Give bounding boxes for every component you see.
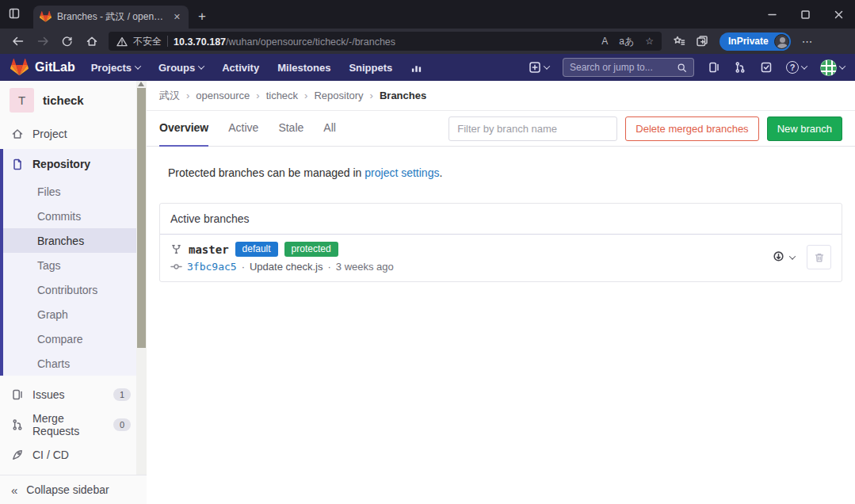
browser-tab[interactable]: Branches - 武汉 / opensource / t ✕ [33, 6, 189, 29]
sidebar-item-issues[interactable]: Issues 1 [0, 380, 147, 410]
sidebar-item-tags[interactable]: Tags [3, 253, 147, 277]
chevron-down-icon [198, 63, 204, 69]
download-dropdown-button[interactable] [772, 250, 795, 264]
inprivate-label: InPrivate [728, 36, 769, 47]
global-search[interactable] [563, 58, 694, 77]
sidebar-item-branches[interactable]: Branches [3, 228, 147, 253]
close-window-button[interactable] [822, 0, 855, 29]
project-header[interactable]: T ticheck [0, 81, 147, 119]
sidebar-item-charts[interactable]: Charts [3, 351, 147, 376]
breadcrumb-project[interactable]: ticheck [266, 90, 298, 101]
home-icon[interactable] [80, 31, 103, 52]
add-favorite-star-icon[interactable]: ☆ [645, 36, 654, 47]
inprivate-badge[interactable]: InPrivate [719, 32, 791, 51]
sidebar-item-repository[interactable]: Repository [3, 149, 147, 179]
breadcrumb-repository[interactable]: Repository [314, 90, 363, 101]
project-name: ticheck [43, 94, 84, 107]
breadcrumb-separator: › [370, 90, 373, 101]
favorites-icon[interactable] [673, 35, 685, 48]
tab-stale[interactable]: Stale [278, 111, 303, 147]
nav-activity[interactable]: Activity [222, 62, 259, 74]
nav-projects[interactable]: Projects [91, 62, 140, 74]
repository-icon [11, 158, 24, 170]
sidebar-item-files[interactable]: Files [3, 179, 147, 204]
nav-snippets[interactable]: Snippets [349, 62, 392, 74]
home-icon [11, 128, 24, 140]
breadcrumb-separator: › [304, 90, 307, 101]
breadcrumb-subgroup[interactable]: opensource [196, 90, 250, 101]
tab-layout-icon[interactable] [8, 7, 21, 20]
sidebar-section-repository: Repository Files Commits Branches Tags C… [0, 149, 147, 376]
address-bar[interactable]: 不安全 10.3.70.187/wuhan/opensource/ticheck… [109, 32, 662, 51]
gitlab-brand[interactable]: GitLab [35, 60, 75, 74]
chevron-down-icon [544, 63, 550, 69]
refresh-icon[interactable] [55, 31, 78, 52]
user-avatar [820, 59, 837, 76]
new-branch-button[interactable]: New branch [767, 116, 842, 141]
todos-nav-icon[interactable] [760, 61, 773, 74]
maximize-button[interactable] [788, 0, 822, 29]
branch-actions [772, 245, 831, 269]
sidebar-item-project[interactable]: Project [0, 119, 147, 149]
user-menu-button[interactable] [820, 59, 845, 76]
sidebar-item-graph[interactable]: Graph [3, 302, 147, 326]
sidebar-scrollbar[interactable] [136, 81, 147, 475]
browser-menu-icon[interactable]: ⋯ [802, 35, 814, 48]
breadcrumb-current: Branches [380, 90, 426, 101]
sidebar-item-merge-requests[interactable]: Merge Requests 0 [0, 410, 147, 440]
stats-icon[interactable] [410, 62, 422, 74]
scrollbar-thumb[interactable] [137, 88, 146, 348]
commit-icon [170, 261, 182, 273]
minimize-button[interactable] [755, 0, 788, 29]
search-input[interactable] [570, 62, 672, 73]
forward-icon[interactable] [31, 31, 54, 52]
breadcrumb-group[interactable]: 武汉 [159, 89, 180, 103]
new-tab-button[interactable]: + [198, 9, 206, 25]
translate-icon[interactable]: aあ [619, 35, 634, 48]
new-menu-button[interactable] [529, 61, 549, 74]
merge-requests-nav-icon[interactable] [734, 61, 746, 74]
sidebar-item-contributors[interactable]: Contributors [3, 277, 147, 302]
tab-close-icon[interactable]: ✕ [172, 12, 182, 22]
delete-branch-button[interactable] [807, 245, 831, 269]
browser-profile-avatar [774, 34, 789, 49]
nav-milestones[interactable]: Milestones [277, 62, 330, 74]
read-aloud-icon[interactable]: A [601, 36, 608, 47]
breadcrumb: 武汉 › opensource › ticheck › Repository ›… [147, 81, 855, 111]
download-icon [772, 250, 785, 264]
issues-icon [11, 388, 24, 401]
sidebar-item-cicd[interactable]: CI / CD [0, 440, 147, 470]
collections-icon[interactable] [696, 35, 708, 48]
sidebar-item-compare[interactable]: Compare [3, 326, 147, 351]
card-title: Active branches [160, 204, 842, 235]
commit-sha-link[interactable]: 3fbc9ac5 [187, 261, 237, 273]
filter-branch-input[interactable] [448, 116, 617, 141]
search-icon [677, 63, 687, 73]
tab-active[interactable]: Active [228, 111, 258, 147]
trash-icon [814, 252, 825, 263]
nav-groups[interactable]: Groups [158, 62, 204, 74]
branch-name[interactable]: master [189, 243, 229, 256]
issues-nav-icon[interactable] [708, 61, 720, 74]
gitlab-logo[interactable] [10, 59, 29, 77]
tab-title: Branches - 武汉 / opensource / t [57, 10, 166, 24]
protected-branches-note: Protected branches can be managed in pro… [168, 166, 842, 179]
page-body: T ticheck Project Repository Files Commi… [0, 81, 855, 504]
collapse-sidebar-button[interactable]: « Collapse sidebar [0, 475, 147, 504]
protected-badge: protected [284, 242, 338, 257]
scrollbar-up-arrow[interactable] [138, 82, 144, 86]
tab-overview[interactable]: Overview [159, 111, 208, 147]
tab-all[interactable]: All [323, 111, 336, 147]
project-settings-link[interactable]: project settings [365, 166, 439, 179]
collapse-icon: « [11, 483, 17, 497]
delete-merged-branches-button[interactable]: Delete merged branches [625, 116, 758, 141]
branch-row: master default protected 3fbc9ac5 · Upda… [160, 235, 842, 281]
help-menu-button[interactable]: ? [786, 61, 807, 74]
merge-request-icon [11, 418, 24, 431]
back-icon[interactable] [6, 31, 29, 52]
sidebar-item-commits[interactable]: Commits [3, 204, 147, 228]
breadcrumb-separator: › [186, 90, 189, 101]
branches-toolbar: Overview Active Stale All Delete merged … [147, 111, 855, 147]
branch-info: master default protected 3fbc9ac5 · Upda… [170, 242, 394, 273]
gitlab-navbar: GitLab Projects Groups Activity Mileston… [0, 54, 855, 81]
